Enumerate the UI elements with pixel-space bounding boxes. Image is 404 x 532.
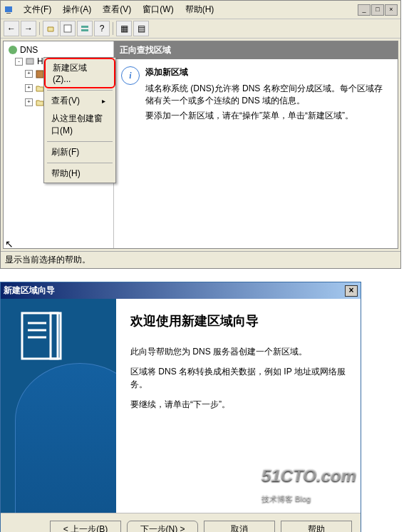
menu-separator xyxy=(47,141,113,142)
help-button[interactable]: ? xyxy=(94,21,110,36)
svg-rect-7 xyxy=(36,71,43,78)
menu-separator xyxy=(47,163,113,163)
next-button[interactable]: 下一步(N) > xyxy=(127,521,198,532)
menu-item-label: 查看(V) xyxy=(51,95,80,107)
svg-rect-1 xyxy=(6,13,11,14)
context-menu: 新建区域(Z)... 查看(V) 从这里创建窗口(M) 刷新(F) 帮助(H) xyxy=(43,57,116,183)
wizard-title: 新建区域向导 xyxy=(4,285,55,297)
svg-rect-4 xyxy=(81,29,88,31)
detail-title: 添加新区域 xyxy=(145,66,390,78)
wizard-paragraph-2: 区域将 DNS 名称转换成相关数据，例如 IP 地址或网络服务。 xyxy=(130,365,346,391)
menu-item-help[interactable]: 帮助(H) xyxy=(44,165,115,183)
menu-item-label: 从这里创建窗口(M) xyxy=(51,113,105,137)
restore-button[interactable]: □ xyxy=(371,4,384,16)
wizard-paragraph-1: 此向导帮助您为 DNS 服务器创建一个新区域。 xyxy=(130,345,346,358)
tool-2[interactable]: ▤ xyxy=(133,21,149,36)
toolbar: ← → ? ▦ ▤ xyxy=(1,19,400,39)
menu-item-label: 帮助(H) xyxy=(51,168,81,180)
refresh-button[interactable] xyxy=(77,21,93,36)
svg-rect-8 xyxy=(22,313,58,359)
help-button[interactable]: 帮助 xyxy=(281,521,352,532)
dns-icon xyxy=(8,45,18,55)
menu-item-new-window[interactable]: 从这里创建窗口(M) xyxy=(44,110,115,140)
back-button[interactable]: < 上一步(B) xyxy=(50,521,121,532)
server-icon xyxy=(25,56,35,66)
wizard-heading: 欢迎使用新建区域向导 xyxy=(130,313,346,329)
wizard-paragraph-3: 要继续，请单击“下一步”。 xyxy=(130,398,346,411)
menu-view[interactable]: 查看(V) xyxy=(97,2,137,17)
new-zone-wizard: 新建区域向导 × 欢迎使用新建区域向导 此向导帮助您为 DNS 服务器创建一个新… xyxy=(0,282,361,532)
tool-1[interactable]: ▦ xyxy=(116,21,132,36)
dns-console-window: 文件(F) 操作(A) 查看(V) 窗口(W) 帮助(H) _ □ × ← → … xyxy=(0,0,401,269)
menu-separator xyxy=(47,90,113,91)
tree-pane[interactable]: DNS - HDWNT2 + 事件查看器 + xyxy=(4,41,114,248)
menu-action[interactable]: 操作(A) xyxy=(57,2,97,17)
separator xyxy=(39,22,40,35)
close-button[interactable]: × xyxy=(385,4,398,16)
svg-rect-9 xyxy=(51,313,61,359)
inner-window-controls: _ □ × xyxy=(358,4,398,16)
menu-item-new-zone[interactable]: 新建区域(Z)... xyxy=(44,58,115,88)
menu-help[interactable]: 帮助(H) xyxy=(180,2,220,17)
detail-paragraph-2: 要添加一个新区域，请在“操作”菜单，单击“新建区域”。 xyxy=(145,110,390,122)
tree-root-label: DNS xyxy=(20,45,38,55)
expand-icon[interactable]: + xyxy=(25,98,33,106)
nav-fwd-button[interactable]: → xyxy=(21,21,36,36)
cancel-button[interactable]: 取消 xyxy=(204,521,275,532)
menu-file[interactable]: 文件(F) xyxy=(18,2,57,17)
minimize-button[interactable]: _ xyxy=(358,4,371,16)
menu-item-view[interactable]: 查看(V) xyxy=(44,92,115,110)
collapse-icon[interactable]: - xyxy=(15,58,23,66)
menu-item-label: 新建区域(Z)... xyxy=(53,62,104,84)
mouse-cursor-icon: ↖ xyxy=(5,238,14,250)
app-icon xyxy=(4,4,15,16)
menu-item-label: 刷新(F) xyxy=(51,146,79,158)
up-button[interactable] xyxy=(43,21,58,36)
menu-item-refresh[interactable]: 刷新(F) xyxy=(44,143,115,161)
nav-back-button[interactable]: ← xyxy=(4,21,19,36)
menu-window[interactable]: 窗口(W) xyxy=(137,2,179,17)
info-icon: i xyxy=(121,66,140,85)
detail-pane: 正向查找区域 i 添加新区域 域名称系统 (DNS)允许将 DNS 名称空间分成… xyxy=(114,41,398,248)
menubar: 文件(F) 操作(A) 查看(V) 窗口(W) 帮助(H) _ □ × xyxy=(1,1,400,19)
wizard-close-button[interactable]: × xyxy=(345,285,358,297)
svg-rect-6 xyxy=(26,58,33,64)
expand-icon[interactable]: + xyxy=(25,70,33,78)
expand-icon[interactable]: + xyxy=(25,84,33,92)
watermark: 51CTO.com 技术博客 Blog xyxy=(261,466,356,506)
svg-rect-0 xyxy=(5,6,12,12)
detail-header: 正向查找区域 xyxy=(114,41,398,59)
wizard-side-graphic xyxy=(1,299,116,513)
wizard-button-bar: < 上一步(B) 下一步(N) > 取消 帮助 51CTO.com 技术博客 B… xyxy=(1,513,361,532)
svg-rect-2 xyxy=(64,25,71,32)
svg-rect-3 xyxy=(81,26,88,28)
separator xyxy=(113,22,113,35)
svg-point-5 xyxy=(9,46,17,54)
tree-root[interactable]: DNS xyxy=(5,44,112,56)
properties-button[interactable] xyxy=(60,21,76,36)
wizard-titlebar: 新建区域向导 × xyxy=(1,282,361,299)
status-bar: 显示当前选择的帮助。 xyxy=(1,251,400,268)
detail-paragraph-1: 域名称系统 (DNS)允许将 DNS 名称空间分成区域。每个区域存储有关一个或多… xyxy=(145,83,390,107)
client-area: DNS - HDWNT2 + 事件查看器 + xyxy=(3,41,398,249)
